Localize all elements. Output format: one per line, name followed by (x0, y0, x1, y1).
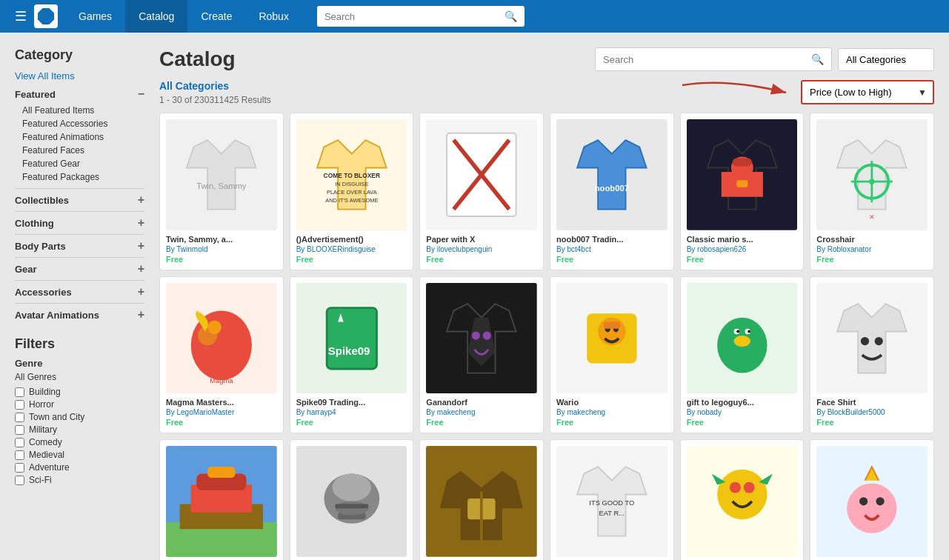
item-name: Classic mario s... (687, 235, 798, 244)
item-creator: By Robloxanator (816, 245, 928, 253)
filter-comedy[interactable]: Comedy (15, 437, 144, 447)
filter-town-city[interactable]: Town and City (15, 412, 144, 422)
item-thumbnail (166, 446, 277, 557)
sidebar-featured-animations[interactable]: Featured Animations (15, 130, 144, 144)
hamburger-menu-icon[interactable]: ☰ (7, 8, 34, 24)
item-creator: By BLOOXERindisguise (296, 245, 407, 253)
sidebar-featured-accessories[interactable]: Featured Accessories (15, 117, 144, 130)
filter-military-label: Military (29, 424, 57, 435)
item-card[interactable]: gift to legoguy6...By nobadyFree (680, 276, 805, 434)
sidebar-featured-faces[interactable]: Featured Faces (15, 144, 144, 157)
item-card[interactable]: marioBy unknownFree (159, 439, 284, 560)
item-name: ()Advertisement() (296, 235, 407, 244)
filter-adventure-checkbox[interactable] (15, 463, 24, 473)
item-card[interactable]: Link kirbyBy unknownFree (810, 439, 934, 560)
top-search-button[interactable]: 🔍 (497, 6, 525, 27)
filter-military-checkbox[interactable] (15, 425, 24, 435)
catalog-search-button[interactable]: 🔍 (804, 48, 831, 70)
filters-genre-label: Genre (15, 358, 144, 369)
accessories-toggle-icon: + (138, 285, 144, 299)
sidebar-section-accessories[interactable]: Accessories + (15, 285, 144, 299)
roblox-logo[interactable] (34, 4, 58, 28)
catalog-search-input[interactable] (596, 49, 804, 70)
svg-text:AND IT'S AWESOME: AND IT'S AWESOME (325, 197, 378, 204)
all-categories-breadcrumb[interactable]: All Categories (159, 80, 229, 92)
filter-sci-fi-checkbox[interactable] (15, 476, 24, 485)
gear-toggle-icon: + (138, 262, 144, 276)
item-thumbnail (687, 119, 798, 230)
nav-robux[interactable]: Robux (245, 0, 302, 33)
item-card[interactable]: Face ShirtBy BlockBuilder5000Free (810, 276, 934, 434)
item-creator: By makecheng (556, 408, 667, 416)
sidebar-section-collectibles[interactable]: Collectibles + (15, 193, 144, 207)
sidebar-view-all[interactable]: View All Items (15, 70, 144, 81)
item-card[interactable]: Bomber JacketBy unknownFree (419, 439, 544, 560)
sidebar-all-featured-items[interactable]: All Featured Items (15, 104, 144, 117)
filter-medieval[interactable]: Medieval (15, 450, 144, 460)
item-card[interactable]: MagmaMagma Masters...By LegoMarioMasterF… (159, 276, 284, 434)
filter-medieval-checkbox[interactable] (15, 450, 24, 460)
item-thumbnail: Magma (166, 283, 277, 394)
sidebar-section-clothing[interactable]: Clothing + (15, 216, 144, 230)
item-price: Free (296, 418, 407, 427)
item-creator: By harrayp4 (296, 408, 407, 416)
item-price: Free (816, 418, 928, 427)
filter-building[interactable]: Building (15, 387, 144, 397)
filter-town-city-checkbox[interactable] (15, 413, 24, 422)
item-card[interactable]: Paper with XBy iloveclubpenguinFree (419, 113, 544, 270)
svg-rect-64 (335, 504, 368, 509)
sidebar-section-gear[interactable]: Gear + (15, 262, 144, 276)
item-creator: By nobady (687, 408, 798, 416)
svg-text:IN DISGUISE: IN DISGUISE (335, 181, 368, 187)
sidebar-clothing-label: Clothing (15, 218, 54, 229)
item-card[interactable]: bowser pacma...By unknownFree (680, 439, 805, 560)
sidebar-collectibles-label: Collectibles (15, 195, 69, 206)
sidebar-section-bodyparts[interactable]: Body Parts + (15, 239, 144, 253)
item-price: Free (166, 418, 277, 427)
content-area: Catalog 🔍 All Categories Featured Collec… (159, 47, 934, 560)
svg-rect-41 (604, 321, 620, 328)
filter-horror-checkbox[interactable] (15, 400, 24, 410)
item-thumbnail (426, 446, 537, 557)
item-card[interactable]: ITS GOOD TOEAT R...its good to eat r...B… (550, 439, 674, 560)
sidebar-featured-packages[interactable]: Featured Packages (15, 170, 144, 184)
item-name: Crosshair (816, 235, 928, 244)
item-creator: By bct4bct (556, 245, 667, 253)
svg-text:Spike09: Spike09 (327, 344, 370, 357)
sidebar-divider-6 (15, 303, 144, 304)
svg-point-52 (875, 337, 883, 345)
item-card[interactable]: ✕CrosshairBy RobloxanatorFree (810, 113, 934, 270)
item-thumbnail (687, 283, 798, 394)
filter-sci-fi[interactable]: Sci-Fi (15, 475, 144, 485)
svg-point-48 (747, 330, 750, 333)
sidebar-section-avatar-animations[interactable]: Avatar Animations + (15, 308, 144, 321)
top-navigation: ☰ Games Catalog Create Robux 🔍 (0, 0, 949, 33)
item-card[interactable]: noob007noob007 Tradin...By bct4bctFree (550, 113, 674, 270)
filter-adventure-label: Adventure (29, 462, 70, 473)
nav-create[interactable]: Create (187, 0, 245, 33)
results-count: 1 - 30 of 230311425 Results (159, 95, 271, 105)
filter-adventure[interactable]: Adventure (15, 462, 144, 473)
filter-horror[interactable]: Horror (15, 399, 144, 410)
filter-comedy-checkbox[interactable] (15, 438, 24, 447)
filter-building-checkbox[interactable] (15, 387, 24, 397)
item-card[interactable]: mining helmetBy unknownFree (290, 439, 414, 560)
category-dropdown[interactable]: All Categories Featured Collectibles Clo… (838, 48, 934, 71)
filter-military[interactable]: Military (15, 424, 144, 435)
sort-dropdown[interactable]: Price (Low to High) Relevance Price (Hig… (801, 80, 934, 104)
item-card[interactable]: COME TO BLOXERIN DISGUISEPLACE OVER LAVA… (290, 113, 414, 270)
sidebar-featured-gear[interactable]: Featured Gear (15, 157, 144, 170)
item-card[interactable]: WarioBy makechengFree (550, 276, 674, 434)
item-card[interactable]: Classic mario s...By robosapien626Free (680, 113, 805, 270)
svg-point-74 (743, 482, 754, 493)
item-name: gift to legoguy6... (687, 398, 798, 407)
item-card[interactable]: Spike09Spike09 Trading...By harrayp4Free (290, 276, 414, 434)
nav-catalog[interactable]: Catalog (125, 0, 187, 33)
top-search-input[interactable] (317, 7, 497, 27)
top-search-bar: 🔍 (317, 6, 525, 27)
nav-games[interactable]: Games (65, 0, 125, 33)
item-card[interactable]: GanandorfBy makechengFree (419, 276, 544, 434)
item-card[interactable]: Twin, SammyTwin, Sammy, a...By TwinmoldF… (159, 113, 284, 270)
svg-rect-58 (207, 467, 235, 478)
sidebar-section-featured[interactable]: Featured − (15, 87, 144, 101)
